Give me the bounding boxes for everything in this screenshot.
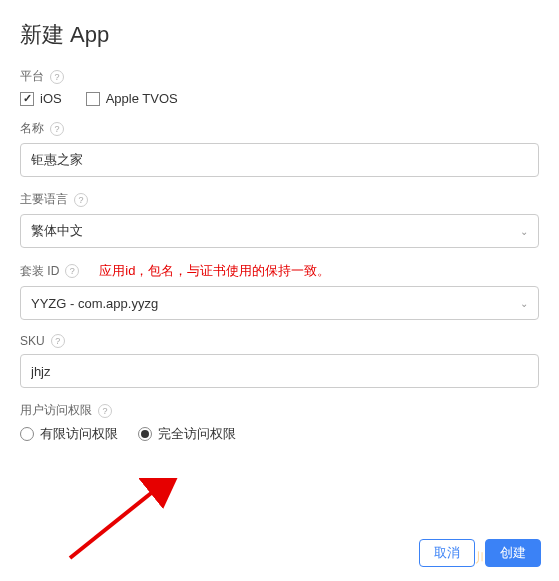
language-field: 主要语言 ? 繁体中文 ⌄ <box>20 191 539 248</box>
platform-ios-checkbox[interactable]: iOS <box>20 91 62 106</box>
annotation-arrow-icon <box>60 478 180 568</box>
platform-tvos-checkbox[interactable]: Apple TVOS <box>86 91 178 106</box>
modal-title: 新建 App <box>20 20 539 50</box>
sku-input[interactable] <box>20 354 539 388</box>
sku-field: SKU ? <box>20 334 539 388</box>
checkbox-label: Apple TVOS <box>106 91 178 106</box>
cancel-button[interactable]: 取消 <box>419 539 475 567</box>
checkbox-icon <box>86 92 100 106</box>
language-label: 主要语言 <box>20 191 68 208</box>
radio-icon <box>138 427 152 441</box>
name-field: 名称 ? <box>20 120 539 177</box>
help-icon[interactable]: ? <box>50 122 64 136</box>
chevron-down-icon: ⌄ <box>520 298 528 309</box>
chevron-down-icon: ⌄ <box>520 226 528 237</box>
select-value: YYZG - com.app.yyzg <box>31 296 158 311</box>
platform-label: 平台 <box>20 68 44 85</box>
access-limited-radio[interactable]: 有限访问权限 <box>20 425 118 443</box>
bundle-label: 套装 ID <box>20 263 59 280</box>
bundle-field: 套装 ID ? 应用id，包名，与证书使用的保持一致。 YYZG - com.a… <box>20 262 539 320</box>
name-input[interactable] <box>20 143 539 177</box>
platform-field: 平台 ? iOS Apple TVOS <box>20 68 539 106</box>
sku-label: SKU <box>20 334 45 348</box>
bundle-select[interactable]: YYZG - com.app.yyzg ⌄ <box>20 286 539 320</box>
checkbox-label: iOS <box>40 91 62 106</box>
help-icon[interactable]: ? <box>50 70 64 84</box>
name-label: 名称 <box>20 120 44 137</box>
language-select[interactable]: 繁体中文 ⌄ <box>20 214 539 248</box>
help-icon[interactable]: ? <box>74 193 88 207</box>
help-icon[interactable]: ? <box>65 264 79 278</box>
access-label: 用户访问权限 <box>20 402 92 419</box>
svg-line-1 <box>70 486 160 558</box>
select-value: 繁体中文 <box>31 222 83 240</box>
modal-footer: 取消 创建 <box>419 539 541 567</box>
new-app-modal: 新建 App 平台 ? iOS Apple TVOS 名称 ? 主要语言 ? <box>0 0 559 443</box>
help-icon[interactable]: ? <box>51 334 65 348</box>
bundle-annotation: 应用id，包名，与证书使用的保持一致。 <box>99 262 330 280</box>
radio-label: 完全访问权限 <box>158 425 236 443</box>
help-icon[interactable]: ? <box>98 404 112 418</box>
radio-icon <box>20 427 34 441</box>
access-field: 用户访问权限 ? 有限访问权限 完全访问权限 <box>20 402 539 443</box>
create-button[interactable]: 创建 <box>485 539 541 567</box>
radio-label: 有限访问权限 <box>40 425 118 443</box>
access-full-radio[interactable]: 完全访问权限 <box>138 425 236 443</box>
checkbox-icon <box>20 92 34 106</box>
